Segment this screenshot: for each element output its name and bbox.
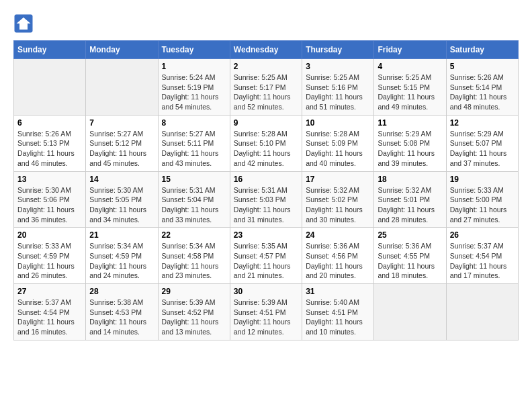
day-number: 17 (306, 175, 370, 184)
day-info: Sunrise: 5:29 AM Sunset: 5:07 PM Dayligh… (450, 129, 515, 169)
day-number: 23 (234, 230, 298, 240)
calendar-cell: 6Sunrise: 5:26 AM Sunset: 5:13 PM Daylig… (14, 115, 86, 171)
calendar-cell: 29Sunrise: 5:39 AM Sunset: 4:52 PM Dayli… (158, 284, 230, 340)
calendar-cell: 2Sunrise: 5:25 AM Sunset: 5:17 PM Daylig… (230, 59, 302, 116)
day-number: 1 (162, 62, 226, 71)
day-info: Sunrise: 5:37 AM Sunset: 4:54 PM Dayligh… (450, 241, 515, 281)
day-number: 22 (162, 230, 226, 240)
day-info: Sunrise: 5:35 AM Sunset: 4:57 PM Dayligh… (234, 241, 298, 281)
day-info: Sunrise: 5:25 AM Sunset: 5:16 PM Dayligh… (306, 73, 370, 112)
weekday-header-cell: Friday (374, 41, 446, 59)
calendar-week-row: 6Sunrise: 5:26 AM Sunset: 5:13 PM Daylig… (14, 115, 519, 171)
calendar-cell: 9Sunrise: 5:28 AM Sunset: 5:10 PM Daylig… (230, 115, 302, 171)
day-info: Sunrise: 5:24 AM Sunset: 5:19 PM Dayligh… (162, 73, 226, 112)
calendar-cell: 20Sunrise: 5:33 AM Sunset: 4:59 PM Dayli… (14, 228, 86, 284)
calendar-cell: 28Sunrise: 5:38 AM Sunset: 4:53 PM Dayli… (86, 284, 158, 340)
calendar-cell (14, 59, 86, 116)
calendar-week-row: 27Sunrise: 5:37 AM Sunset: 4:54 PM Dayli… (14, 284, 519, 340)
calendar-cell: 4Sunrise: 5:25 AM Sunset: 5:15 PM Daylig… (374, 59, 446, 116)
day-number: 21 (89, 230, 154, 240)
day-info: Sunrise: 5:39 AM Sunset: 4:51 PM Dayligh… (234, 298, 298, 337)
day-info: Sunrise: 5:28 AM Sunset: 5:10 PM Dayligh… (234, 129, 298, 169)
day-info: Sunrise: 5:25 AM Sunset: 5:17 PM Dayligh… (234, 73, 298, 112)
day-number: 26 (450, 230, 515, 240)
day-info: Sunrise: 5:29 AM Sunset: 5:08 PM Dayligh… (378, 129, 442, 169)
calendar-cell: 7Sunrise: 5:27 AM Sunset: 5:12 PM Daylig… (86, 115, 158, 171)
day-info: Sunrise: 5:40 AM Sunset: 4:51 PM Dayligh… (306, 298, 370, 337)
day-info: Sunrise: 5:34 AM Sunset: 4:58 PM Dayligh… (162, 241, 226, 281)
day-info: Sunrise: 5:28 AM Sunset: 5:09 PM Dayligh… (306, 129, 370, 169)
day-info: Sunrise: 5:31 AM Sunset: 5:04 PM Dayligh… (162, 185, 226, 225)
day-number: 29 (162, 287, 226, 296)
calendar-cell: 10Sunrise: 5:28 AM Sunset: 5:09 PM Dayli… (302, 115, 374, 171)
calendar-cell: 21Sunrise: 5:34 AM Sunset: 4:59 PM Dayli… (86, 228, 158, 284)
calendar-cell: 27Sunrise: 5:37 AM Sunset: 4:54 PM Dayli… (14, 284, 86, 340)
day-info: Sunrise: 5:25 AM Sunset: 5:15 PM Dayligh… (378, 73, 442, 112)
page-header (13, 13, 519, 34)
calendar-cell: 14Sunrise: 5:30 AM Sunset: 5:05 PM Dayli… (86, 171, 158, 228)
calendar-week-row: 20Sunrise: 5:33 AM Sunset: 4:59 PM Dayli… (14, 228, 519, 284)
day-info: Sunrise: 5:32 AM Sunset: 5:02 PM Dayligh… (306, 185, 370, 225)
calendar-cell: 26Sunrise: 5:37 AM Sunset: 4:54 PM Dayli… (446, 228, 518, 284)
calendar-cell: 22Sunrise: 5:34 AM Sunset: 4:58 PM Dayli… (158, 228, 230, 284)
calendar-cell: 18Sunrise: 5:32 AM Sunset: 5:01 PM Dayli… (374, 171, 446, 228)
day-number: 2 (234, 62, 298, 71)
day-info: Sunrise: 5:30 AM Sunset: 5:06 PM Dayligh… (17, 185, 82, 225)
day-info: Sunrise: 5:27 AM Sunset: 5:11 PM Dayligh… (162, 129, 226, 169)
day-number: 31 (306, 287, 370, 296)
day-number: 16 (234, 175, 298, 184)
day-number: 12 (450, 118, 515, 128)
day-info: Sunrise: 5:33 AM Sunset: 5:00 PM Dayligh… (450, 185, 515, 225)
day-info: Sunrise: 5:26 AM Sunset: 5:13 PM Dayligh… (17, 129, 82, 169)
day-number: 19 (450, 175, 515, 184)
weekday-header-cell: Thursday (302, 41, 374, 59)
calendar-week-row: 1Sunrise: 5:24 AM Sunset: 5:19 PM Daylig… (14, 59, 519, 116)
day-info: Sunrise: 5:37 AM Sunset: 4:54 PM Dayligh… (17, 298, 82, 337)
day-number: 6 (17, 118, 82, 128)
day-number: 7 (89, 118, 154, 128)
weekday-header-row: SundayMondayTuesdayWednesdayThursdayFrid… (14, 41, 519, 59)
weekday-header-cell: Monday (86, 41, 158, 59)
logo (13, 13, 36, 34)
day-number: 11 (378, 118, 442, 128)
day-info: Sunrise: 5:36 AM Sunset: 4:55 PM Dayligh… (378, 241, 442, 281)
weekday-header-cell: Wednesday (230, 41, 302, 59)
day-info: Sunrise: 5:34 AM Sunset: 4:59 PM Dayligh… (89, 241, 154, 281)
logo-icon (13, 13, 34, 34)
calendar-table: SundayMondayTuesdayWednesdayThursdayFrid… (13, 40, 519, 340)
calendar-cell (374, 284, 446, 340)
day-info: Sunrise: 5:39 AM Sunset: 4:52 PM Dayligh… (162, 298, 226, 337)
weekday-header-cell: Saturday (446, 41, 518, 59)
calendar-cell: 11Sunrise: 5:29 AM Sunset: 5:08 PM Dayli… (374, 115, 446, 171)
day-number: 24 (306, 230, 370, 240)
day-number: 28 (89, 287, 154, 296)
day-number: 15 (162, 175, 226, 184)
day-info: Sunrise: 5:26 AM Sunset: 5:14 PM Dayligh… (450, 73, 515, 112)
calendar-cell: 13Sunrise: 5:30 AM Sunset: 5:06 PM Dayli… (14, 171, 86, 228)
day-info: Sunrise: 5:27 AM Sunset: 5:12 PM Dayligh… (89, 129, 154, 169)
day-info: Sunrise: 5:36 AM Sunset: 4:56 PM Dayligh… (306, 241, 370, 281)
day-number: 30 (234, 287, 298, 296)
calendar-cell: 23Sunrise: 5:35 AM Sunset: 4:57 PM Dayli… (230, 228, 302, 284)
calendar-cell (86, 59, 158, 116)
day-number: 10 (306, 118, 370, 128)
day-number: 18 (378, 175, 442, 184)
day-number: 9 (234, 118, 298, 128)
calendar-cell: 8Sunrise: 5:27 AM Sunset: 5:11 PM Daylig… (158, 115, 230, 171)
weekday-header-cell: Sunday (14, 41, 86, 59)
day-number: 3 (306, 62, 370, 71)
calendar-cell: 25Sunrise: 5:36 AM Sunset: 4:55 PM Dayli… (374, 228, 446, 284)
calendar-body: 1Sunrise: 5:24 AM Sunset: 5:19 PM Daylig… (14, 59, 519, 340)
calendar-cell: 24Sunrise: 5:36 AM Sunset: 4:56 PM Dayli… (302, 228, 374, 284)
calendar-cell: 19Sunrise: 5:33 AM Sunset: 5:00 PM Dayli… (446, 171, 518, 228)
calendar-cell: 31Sunrise: 5:40 AM Sunset: 4:51 PM Dayli… (302, 284, 374, 340)
calendar-cell: 17Sunrise: 5:32 AM Sunset: 5:02 PM Dayli… (302, 171, 374, 228)
day-number: 4 (378, 62, 442, 71)
day-number: 27 (17, 287, 82, 296)
calendar-week-row: 13Sunrise: 5:30 AM Sunset: 5:06 PM Dayli… (14, 171, 519, 228)
calendar-cell: 15Sunrise: 5:31 AM Sunset: 5:04 PM Dayli… (158, 171, 230, 228)
day-number: 13 (17, 175, 82, 184)
calendar-cell: 30Sunrise: 5:39 AM Sunset: 4:51 PM Dayli… (230, 284, 302, 340)
day-info: Sunrise: 5:33 AM Sunset: 4:59 PM Dayligh… (17, 241, 82, 281)
day-number: 8 (162, 118, 226, 128)
